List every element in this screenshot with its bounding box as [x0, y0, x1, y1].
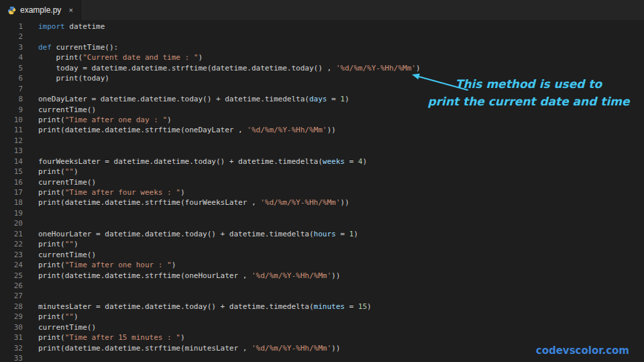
code-line[interactable]: 18print(datetime.datetime.strftime(fourW… — [0, 197, 644, 208]
code-text: print("Time after one hour : ") — [23, 260, 176, 270]
code-line[interactable]: 16currentTime() — [0, 177, 644, 187]
code-line[interactable]: 5 today = datetime.datetime.strftime(dat… — [0, 63, 644, 73]
code-line[interactable]: 24print("Time after one hour : ") — [0, 260, 644, 270]
line-number: 27 — [0, 291, 23, 301]
code-text: import datetime — [23, 21, 105, 32]
code-text: currentTime() — [23, 250, 96, 260]
code-text — [23, 281, 38, 291]
line-number: 12 — [0, 136, 23, 146]
line-number: 10 — [0, 115, 23, 125]
line-number: 2 — [0, 32, 23, 42]
code-text: print("") — [23, 239, 78, 249]
code-text — [23, 136, 38, 146]
code-text: print("Time after one day : ") — [23, 115, 172, 125]
line-number: 3 — [0, 42, 23, 52]
code-text: currentTime() — [23, 177, 96, 187]
code-line[interactable]: 21oneHourLater = datetime.datetime.today… — [0, 229, 644, 239]
code-editor[interactable]: 1import datetime23def currentTime():4 pr… — [0, 20, 644, 362]
line-number: 31 — [0, 332, 23, 343]
line-number: 18 — [0, 197, 23, 208]
code-text — [23, 208, 38, 218]
line-number: 20 — [0, 218, 23, 228]
code-line[interactable]: 4 print("Current date and time : ") — [0, 52, 644, 62]
line-number: 5 — [0, 63, 23, 73]
code-text — [23, 291, 38, 301]
line-number: 32 — [0, 343, 23, 353]
code-text: print("Current date and time : ") — [23, 52, 203, 62]
code-text: print("") — [23, 167, 78, 177]
code-line[interactable]: 26 — [0, 281, 644, 291]
code-line[interactable]: 11print(datetime.datetime.strftime(oneDa… — [0, 125, 644, 135]
code-line[interactable]: 28minutesLater = datetime.datetime.today… — [0, 302, 644, 312]
code-text — [23, 218, 38, 228]
code-text — [23, 84, 38, 94]
line-number: 30 — [0, 322, 23, 332]
line-number: 9 — [0, 105, 23, 115]
code-line[interactable]: 25print(datetime.datetime.strftime(oneHo… — [0, 271, 644, 281]
code-line[interactable]: 31print("Time after 15 minutes : ") — [0, 332, 644, 343]
code-line[interactable]: 29print("") — [0, 312, 644, 322]
code-line[interactable]: 20 — [0, 218, 644, 228]
code-line[interactable]: 22print("") — [0, 239, 644, 249]
code-line[interactable]: 27 — [0, 291, 644, 301]
line-number: 29 — [0, 312, 23, 322]
watermark: codevscolor.com — [536, 345, 629, 357]
code-line[interactable]: 1import datetime — [0, 21, 644, 32]
tab-close-icon[interactable]: × — [68, 6, 72, 14]
line-number: 33 — [0, 353, 23, 362]
code-text: currentTime() — [23, 322, 96, 332]
line-number: 26 — [0, 281, 23, 291]
code-text: print(datetime.datetime.strftime(oneDayL… — [23, 125, 336, 135]
code-text: print(today) — [23, 73, 109, 83]
code-text: print(datetime.datetime.strftime(oneHour… — [23, 271, 340, 281]
line-number: 14 — [0, 156, 23, 167]
code-line[interactable]: 17print("Time after four weeks : ") — [0, 187, 644, 197]
code-text: today = datetime.datetime.strftime(datet… — [23, 63, 421, 73]
code-text — [23, 353, 38, 362]
code-text: oneDayLater = datetime.datetime.today() … — [23, 94, 350, 104]
code-text: print("") — [23, 312, 78, 322]
code-line[interactable]: 14fourWeeksLater = datetime.datetime.tod… — [0, 156, 644, 167]
code-text: minutesLater = datetime.datetime.today()… — [23, 302, 372, 312]
code-editor-window: example.py × 1import datetime23def curre… — [0, 0, 644, 20]
python-file-icon — [7, 6, 16, 15]
line-number: 28 — [0, 302, 23, 312]
tab-bar: example.py × — [0, 0, 644, 20]
code-line[interactable]: 15print("") — [0, 167, 644, 177]
line-number: 17 — [0, 187, 23, 197]
code-line[interactable]: 19 — [0, 208, 644, 218]
code-line[interactable]: 3def currentTime(): — [0, 42, 644, 52]
line-number: 19 — [0, 208, 23, 218]
code-lines: 1import datetime23def currentTime():4 pr… — [0, 21, 644, 362]
line-number: 1 — [0, 21, 23, 32]
tab-example-py[interactable]: example.py × — [0, 0, 81, 20]
code-text — [23, 146, 38, 156]
code-text: fourWeeksLater = datetime.datetime.today… — [23, 156, 367, 167]
code-text: oneHourLater = datetime.datetime.today()… — [23, 229, 358, 239]
line-number: 16 — [0, 177, 23, 187]
code-line[interactable]: 2 — [0, 32, 644, 42]
line-number: 21 — [0, 229, 23, 239]
line-number: 15 — [0, 167, 23, 177]
line-number: 4 — [0, 52, 23, 62]
line-number: 7 — [0, 84, 23, 94]
code-text: print("Time after four weeks : ") — [23, 187, 185, 197]
line-number: 25 — [0, 271, 23, 281]
line-number: 23 — [0, 250, 23, 260]
code-line[interactable]: 13 — [0, 146, 644, 156]
line-number: 11 — [0, 125, 23, 135]
code-line[interactable]: 30currentTime() — [0, 322, 644, 332]
line-number: 6 — [0, 73, 23, 83]
line-number: 24 — [0, 260, 23, 270]
line-number: 8 — [0, 94, 23, 104]
tab-label: example.py — [20, 5, 61, 15]
annotation: This method is used to print the current… — [424, 75, 633, 110]
code-line[interactable]: 10print("Time after one day : ") — [0, 115, 644, 125]
code-line[interactable]: 12 — [0, 136, 644, 146]
code-text: print(datetime.datetime.strftime(minutes… — [23, 343, 340, 353]
code-text: currentTime() — [23, 105, 96, 115]
code-text: print(datetime.datetime.strftime(fourWee… — [23, 197, 350, 208]
code-line[interactable]: 23currentTime() — [0, 250, 644, 260]
line-number: 22 — [0, 239, 23, 249]
code-text: print("Time after 15 minutes : ") — [23, 332, 185, 343]
